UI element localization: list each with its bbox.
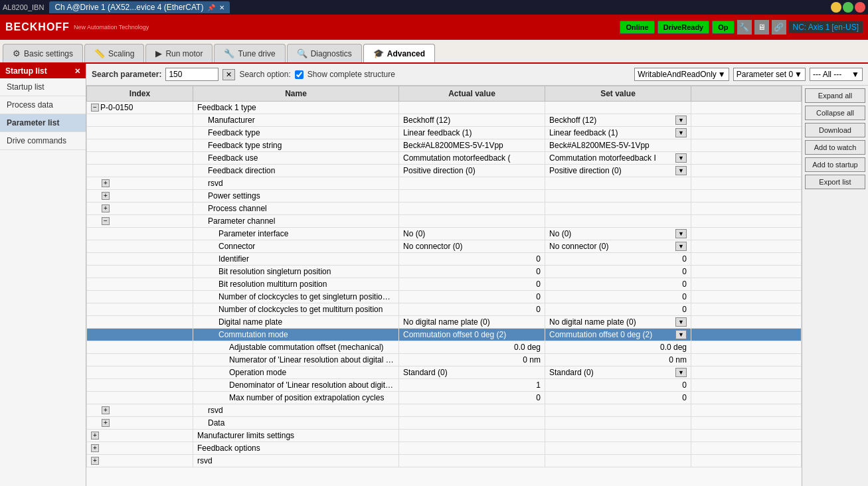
online-status[interactable]: Online bbox=[620, 21, 654, 34]
table-row[interactable]: Parameter interfaceNo (0)No (0)▼ bbox=[87, 228, 802, 240]
dropdown-arrow-icon[interactable]: ▼ bbox=[675, 229, 687, 238]
op-status[interactable]: Op bbox=[712, 21, 734, 34]
title-tab[interactable]: Ch A@Drive 1 (AX52...evice 4 (EtherCAT) … bbox=[49, 1, 230, 13]
dropdown-arrow-icon[interactable]: ▼ bbox=[675, 242, 687, 251]
close-icon[interactable]: ✕ bbox=[219, 4, 224, 11]
dropdown-arrow-icon[interactable]: ▼ bbox=[675, 317, 687, 327]
table-row[interactable]: −Parameter channel bbox=[87, 215, 802, 228]
table-row[interactable]: +Power settings bbox=[87, 190, 802, 202]
minimize-button[interactable] bbox=[831, 2, 841, 13]
collapse-all-button[interactable]: Collapse all bbox=[805, 106, 865, 120]
table-row[interactable]: +Process channel bbox=[87, 202, 802, 215]
table-row[interactable]: +Data bbox=[87, 417, 802, 430]
screen-icon[interactable]: 🖥 bbox=[754, 20, 769, 35]
dropdown-arrow-icon[interactable]: ▼ bbox=[675, 116, 687, 125]
tab-run-motor[interactable]: ▶ Run motor bbox=[145, 44, 213, 62]
expander-icon[interactable]: + bbox=[102, 179, 110, 187]
table-row[interactable]: Digital name plateNo digital name plate … bbox=[87, 316, 802, 329]
table-cell-actual: Beck#AL8200MES-5V-1Vpp bbox=[399, 139, 545, 152]
expander-icon[interactable]: − bbox=[91, 104, 99, 112]
maximize-button[interactable] bbox=[843, 2, 853, 13]
dropdown-arrow-icon[interactable]: ▼ bbox=[675, 166, 687, 175]
table-row[interactable]: ConnectorNo connector (0)No connector (0… bbox=[87, 240, 802, 253]
table-row[interactable]: Denominator of 'Linear resolution about … bbox=[87, 379, 802, 392]
dropdown-arrow-icon[interactable]: ▼ bbox=[675, 153, 687, 163]
dropdown-arrow-icon[interactable]: ▼ bbox=[675, 330, 687, 339]
table-row[interactable]: −P-0-0150Feedback 1 type bbox=[87, 102, 802, 114]
sidebar-close-button[interactable]: ✕ bbox=[74, 67, 80, 76]
access-dropdown[interactable]: WritableAndReadOnly ▼ bbox=[634, 68, 729, 81]
table-cell-index bbox=[87, 240, 193, 253]
table-row[interactable]: Max number of position extrapolation cyc… bbox=[87, 392, 802, 404]
link-icon[interactable]: 🔗 bbox=[772, 20, 786, 35]
table-row[interactable]: +rsvd bbox=[87, 455, 802, 467]
expander-icon[interactable]: + bbox=[91, 432, 99, 440]
nc-status[interactable]: NC: Axis 1 [en-US] bbox=[789, 21, 863, 33]
sidebar-item-parameter-list[interactable]: Parameter list bbox=[0, 114, 86, 132]
table-row[interactable]: Operation modeStandard (0)Standard (0)▼ bbox=[87, 366, 802, 379]
expander-icon[interactable]: + bbox=[102, 419, 110, 427]
expander-icon[interactable]: − bbox=[102, 217, 110, 225]
table-row[interactable]: Feedback type stringBeck#AL8200MES-5V-1V… bbox=[87, 139, 802, 152]
table-row[interactable]: Numerator of 'Linear resolution about di… bbox=[87, 354, 802, 366]
table-cell-setvalue: 0 bbox=[545, 253, 691, 266]
table-row[interactable]: +rsvd bbox=[87, 177, 802, 190]
table-cell-actual bbox=[399, 417, 545, 430]
expander-icon[interactable]: + bbox=[91, 457, 99, 465]
tab-tune-drive[interactable]: 🔧 Tune drive bbox=[214, 44, 285, 62]
filter-dropdown-value: --- All --- bbox=[813, 70, 841, 79]
table-row[interactable]: Adjustable commutation offset (mechanica… bbox=[87, 341, 802, 354]
table-cell-extra bbox=[691, 127, 802, 139]
dropdown-arrow-icon[interactable]: ▼ bbox=[675, 368, 687, 377]
filter-dropdown[interactable]: --- All --- ▼ bbox=[810, 68, 863, 81]
table-row[interactable]: Identifier00 bbox=[87, 253, 802, 266]
content-area: Search parameter: ✕ Search option: Show … bbox=[86, 64, 868, 486]
table-row[interactable]: ManufacturerBeckhoff (12)Beckhoff (12)▼ bbox=[87, 114, 802, 127]
paramset-dropdown[interactable]: Parameter set 0 ▼ bbox=[733, 68, 806, 81]
search-clear-button[interactable]: ✕ bbox=[222, 69, 235, 80]
driveready-status[interactable]: DriveReady bbox=[657, 21, 710, 34]
main-container: Startup list ✕ Startup list Process data… bbox=[0, 64, 868, 486]
expander-icon[interactable]: + bbox=[102, 204, 110, 212]
expander-icon[interactable]: + bbox=[102, 192, 110, 200]
table-row[interactable]: +rsvd bbox=[87, 404, 802, 417]
tab-advanced[interactable]: 🎓 Advanced bbox=[363, 44, 435, 62]
app-name: AL8200_IBN bbox=[3, 3, 44, 11]
table-row[interactable]: Commutation modeCommutation offset 0 deg… bbox=[87, 329, 802, 341]
expander-icon[interactable]: + bbox=[102, 406, 110, 414]
table-row[interactable]: Feedback useCommutation motorfeedback (C… bbox=[87, 152, 802, 165]
table-row[interactable]: +Feedback options bbox=[87, 442, 802, 455]
table-row[interactable]: Feedback directionPositive direction (0)… bbox=[87, 165, 802, 177]
table-row[interactable]: Number of clockcycles to get multiturn p… bbox=[87, 303, 802, 316]
table-row[interactable]: Bit resolution singleturn position00 bbox=[87, 266, 802, 278]
export-list-button[interactable]: Export list bbox=[805, 175, 865, 189]
search-input[interactable] bbox=[165, 68, 218, 81]
table-cell-setvalue bbox=[545, 177, 691, 190]
config-icon[interactable]: 🔧 bbox=[737, 20, 752, 35]
table-cell-index bbox=[87, 354, 193, 366]
tab-scaling[interactable]: 📏 Scaling bbox=[84, 44, 144, 62]
table-cell-index: + bbox=[87, 442, 193, 455]
table-cell-name: Feedback type bbox=[193, 127, 399, 139]
table-row[interactable]: Feedback typeLinear feedback (1)Linear f… bbox=[87, 127, 802, 139]
expander-icon[interactable]: + bbox=[91, 444, 99, 452]
close-button[interactable] bbox=[855, 2, 865, 13]
table-row[interactable]: +Manufacturer limits settings bbox=[87, 430, 802, 442]
table-row[interactable]: Bit resolution multiturn position00 bbox=[87, 278, 802, 291]
table-cell-extra bbox=[691, 404, 802, 417]
sidebar-item-drive-commands[interactable]: Drive commands bbox=[0, 132, 86, 150]
tab-diagnostics[interactable]: 🔍 Diagnostics bbox=[287, 44, 362, 62]
download-button[interactable]: Download bbox=[805, 123, 865, 137]
beckhoff-logo: BECKHOFF bbox=[5, 21, 70, 33]
search-checkbox[interactable] bbox=[295, 70, 304, 79]
dropdown-arrow-icon[interactable]: ▼ bbox=[675, 128, 687, 137]
sidebar-item-startup-list[interactable]: Startup list bbox=[0, 78, 86, 96]
tab-basic-settings[interactable]: ⚙ Basic settings bbox=[3, 44, 83, 62]
table-cell-extra bbox=[691, 455, 802, 467]
add-to-startup-button[interactable]: Add to startup bbox=[805, 157, 865, 172]
pin-icon[interactable]: 📌 bbox=[207, 4, 215, 11]
sidebar-item-process-data[interactable]: Process data bbox=[0, 96, 86, 114]
add-to-watch-button[interactable]: Add to watch bbox=[805, 140, 865, 155]
expand-all-button[interactable]: Expand all bbox=[805, 88, 865, 103]
table-row[interactable]: Number of clockcycles to get singleturn … bbox=[87, 291, 802, 303]
